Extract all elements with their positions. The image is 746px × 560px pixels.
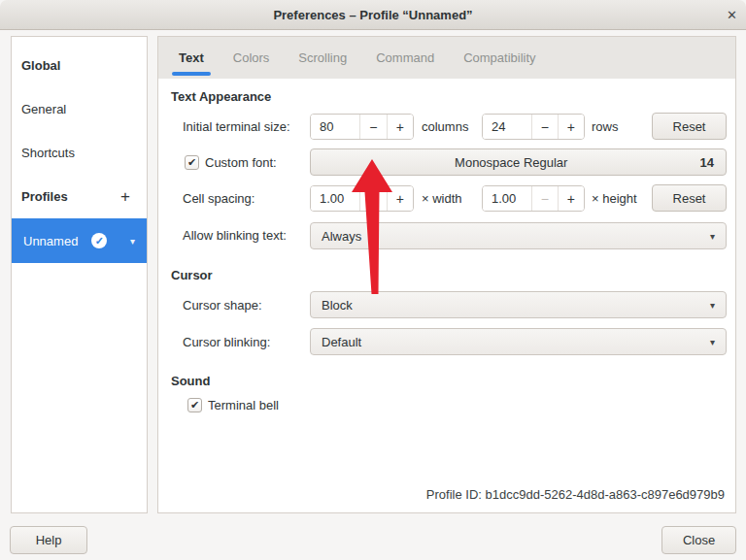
tab-compatibility[interactable]: Compatibility [463, 50, 535, 65]
close-window-icon[interactable]: ✕ [727, 0, 737, 29]
rows-unit-label: rows [592, 117, 618, 136]
allow-blinking-text-label: Allow blinking text: [183, 226, 287, 245]
cursor-blinking-label: Cursor blinking: [183, 333, 270, 351]
dropdown-chevron-icon: ▾ [710, 231, 715, 242]
sidebar-item-shortcuts[interactable]: Shortcuts [19, 144, 139, 163]
sidebar-header-profiles: Profiles + [19, 187, 139, 207]
font-name: Monospace Regular [322, 155, 700, 170]
cell-width-value-input[interactable]: 1.00 [311, 186, 359, 211]
size-reset-button[interactable]: Reset [652, 113, 727, 140]
cell-height-increment-button[interactable]: + [558, 186, 584, 211]
allow-blinking-value: Always [322, 229, 361, 244]
sidebar-header-global: Global [19, 56, 139, 76]
rows-spinner: 24 − + [482, 114, 585, 140]
sidebar: Global General Shortcuts Profiles + Unna… [11, 36, 148, 513]
profile-menu-chevron-icon[interactable]: ▾ [130, 236, 135, 247]
titlebar: Preferences – Profile “Unnamed” ✕ [0, 0, 746, 30]
rows-decrement-button[interactable]: − [531, 115, 558, 139]
columns-value-input[interactable]: 80 [311, 115, 359, 139]
rows-increment-button[interactable]: + [558, 115, 584, 139]
section-cursor: Cursor [171, 267, 213, 284]
cell-width-increment-button[interactable]: + [387, 186, 413, 211]
font-chooser-button[interactable]: Monospace Regular 14 [310, 148, 727, 176]
initial-terminal-size-label: Initial terminal size: [183, 117, 290, 136]
tab-scrolling[interactable]: Scrolling [298, 50, 347, 65]
cell-spacing-label: Cell spacing: [183, 189, 254, 208]
add-profile-button[interactable]: + [116, 187, 135, 207]
window-title: Preferences – Profile “Unnamed” [273, 8, 472, 22]
cell-height-decrement-button: − [531, 186, 558, 211]
cell-width-decrement-button[interactable]: − [359, 186, 386, 211]
font-size: 14 [700, 155, 714, 170]
dropdown-chevron-icon: ▾ [710, 300, 715, 311]
profile-selected-check-icon: ✓ [91, 233, 107, 248]
cursor-shape-dropdown[interactable]: Block ▾ [310, 291, 727, 318]
cursor-blinking-dropdown[interactable]: Default ▾ [310, 328, 727, 355]
cell-height-unit-label: × height [592, 189, 637, 208]
sidebar-item-profile-unnamed[interactable]: Unnamed ✓ ▾ [12, 218, 147, 263]
cell-height-value-input[interactable]: 1.00 [483, 186, 531, 211]
close-button[interactable]: Close [661, 526, 736, 554]
sidebar-item-general[interactable]: General [19, 100, 139, 119]
cell-spacing-reset-button[interactable]: Reset [652, 184, 727, 212]
dropdown-chevron-icon: ▾ [710, 337, 715, 347]
cursor-blinking-value: Default [322, 335, 361, 349]
allow-blinking-dropdown[interactable]: Always ▾ [310, 222, 727, 249]
tab-text[interactable]: Text [179, 50, 204, 65]
cell-width-unit-label: × width [422, 189, 462, 208]
columns-spinner: 80 − + [310, 114, 414, 140]
columns-decrement-button[interactable]: − [359, 115, 386, 139]
rows-value-input[interactable]: 24 [483, 115, 531, 139]
section-sound: Sound [171, 373, 210, 390]
custom-font-checkbox[interactable]: ✔ [185, 155, 199, 170]
cursor-shape-value: Block [322, 298, 353, 313]
profile-name: Unnamed [23, 234, 78, 248]
help-button[interactable]: Help [10, 526, 87, 554]
main-panel: Text Colors Scrolling Command Compatibil… [157, 36, 736, 513]
preferences-dialog: Preferences – Profile “Unnamed” ✕ Global… [0, 0, 746, 560]
section-text-appearance: Text Appearance [171, 88, 271, 106]
tab-bar: Text Colors Scrolling Command Compatibil… [158, 37, 735, 79]
custom-font-label: Custom font: [205, 153, 277, 172]
cell-width-spinner: 1.00 − + [310, 185, 414, 212]
tab-colors[interactable]: Colors [233, 50, 270, 65]
cursor-shape-label: Cursor shape: [183, 296, 262, 314]
terminal-bell-checkbox[interactable]: ✔ [187, 398, 202, 412]
columns-unit-label: columns [422, 117, 468, 136]
profile-id: Profile ID: b1dcc9dd-5262-4d8d-a863-c897… [426, 486, 725, 504]
terminal-bell-label: Terminal bell [208, 396, 279, 414]
cell-height-spinner: 1.00 − + [482, 185, 585, 212]
columns-increment-button[interactable]: + [387, 115, 413, 139]
tab-command[interactable]: Command [376, 50, 434, 65]
